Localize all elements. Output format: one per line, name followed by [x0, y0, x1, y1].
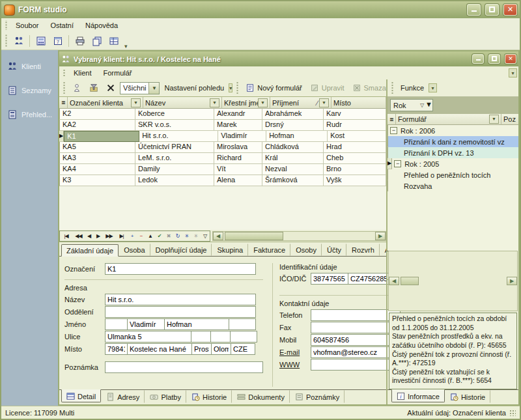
poznamka-field[interactable]: [105, 361, 263, 373]
calculator-button[interactable]: [33, 33, 49, 48]
nav-next-button[interactable]: ▶: [94, 233, 103, 239]
close-button[interactable]: ✕: [503, 4, 517, 16]
menu-grip[interactable]: [5, 20, 8, 30]
ulice-extra-field[interactable]: [230, 331, 257, 343]
forms-item-row[interactable]: Přehled o peněžních tocích: [387, 169, 518, 180]
menu-formular[interactable]: Formulář: [98, 68, 138, 78]
sidebar-item-klienti[interactable]: Klienti: [1, 61, 58, 72]
ico-field[interactable]: [311, 273, 348, 285]
oznaceni-field[interactable]: [105, 263, 256, 275]
column-filter-icon[interactable]: ▼: [131, 98, 141, 107]
ulice-cp-field[interactable]: [191, 331, 211, 343]
group-by-combo[interactable]: Rok ▽ ▼: [390, 99, 433, 111]
www-link-label[interactable]: WWW: [279, 361, 311, 369]
view-settings-button[interactable]: Nastavení pohledu: [161, 81, 227, 95]
toolbar-grip[interactable]: [5, 35, 8, 47]
jmeno-first-field[interactable]: [127, 318, 165, 330]
scroll-right-icon[interactable]: ▶: [507, 277, 517, 285]
column-header-misto[interactable]: Místo: [331, 97, 386, 109]
nav-edit-button[interactable]: ▲: [146, 233, 155, 239]
forms-item-row[interactable]: Přiznání k DPH vz. 13: [387, 147, 518, 158]
oddeleni-field[interactable]: [105, 306, 256, 318]
report-button[interactable]: 7: [49, 33, 66, 48]
nav-next-page-button[interactable]: ▶▶: [103, 233, 115, 239]
table-horizontal-scrollbar[interactable]: ◀ ▶: [212, 231, 386, 241]
filter-toolbar-grip[interactable]: [63, 82, 66, 94]
tab-adresy[interactable]: Adresy: [101, 390, 145, 403]
menu-klient[interactable]: Klient: [68, 68, 98, 78]
nav-insert-button[interactable]: +: [128, 233, 137, 239]
tab-informace[interactable]: i Informace: [391, 389, 445, 402]
client-maximize-button[interactable]: [488, 54, 500, 64]
scroll-right-icon[interactable]: ▶: [375, 232, 386, 240]
edit-form-button[interactable]: Upravit: [307, 81, 348, 95]
email-link-label[interactable]: E-mail: [279, 348, 311, 356]
jmeno-last-field[interactable]: [164, 318, 229, 330]
menu-ostatni[interactable]: Ostatní: [44, 20, 79, 31]
tab-doplnujici-udaje[interactable]: Doplňující údaje: [150, 244, 212, 256]
view-filter-combo[interactable]: Všichni ▼: [120, 82, 160, 94]
nav-refresh-button[interactable]: ↻: [173, 233, 182, 239]
tab-dokumenty[interactable]: Dokumenty: [232, 390, 290, 403]
tab-zakladni-udaje[interactable]: Základní údaje: [61, 244, 119, 257]
table-row[interactable]: KA5Účetnictví PRANMiroslavaChládkováHrad: [59, 142, 386, 153]
combo-dropdown-icon[interactable]: ▼: [148, 83, 159, 94]
stat-field[interactable]: [231, 343, 255, 355]
forms-group-row-current[interactable]: ▶ −Rok : 2005: [387, 158, 518, 169]
menubar-overflow-chevron[interactable]: ▾: [509, 68, 517, 77]
nav-last-button[interactable]: ▶|: [115, 233, 128, 239]
column-header-poznamka[interactable]: Poz: [501, 114, 518, 125]
clients-button[interactable]: [10, 33, 27, 48]
psc-field[interactable]: [105, 343, 128, 355]
person-filter-button[interactable]: [69, 81, 85, 95]
column-filter-icon[interactable]: ▼: [489, 115, 499, 124]
nav-first-button[interactable]: |◀: [60, 233, 72, 239]
nav-cancel-button[interactable]: ✖: [164, 233, 173, 239]
resize-grip-icon[interactable]: [509, 410, 516, 416]
column-header-nazev[interactable]: Název▼: [143, 97, 222, 109]
functions-chevron[interactable]: ▾: [429, 83, 437, 92]
clear-filter-button[interactable]: [103, 81, 119, 95]
table-button[interactable]: [106, 33, 122, 48]
column-filter-icon[interactable]: ▼: [258, 98, 268, 107]
combo-dropdown-icon[interactable]: ▼: [425, 100, 432, 111]
jmeno-suffix-field[interactable]: [229, 318, 256, 330]
tab-fakturace[interactable]: Fakturace: [248, 244, 290, 256]
column-header-oznaceni[interactable]: Označení klienta▼: [68, 97, 143, 109]
menu-soubor[interactable]: Soubor: [10, 20, 44, 31]
table-row-selected[interactable]: ▶ K1Hit s.r.o.VladimírHofmanKost: [59, 131, 386, 142]
collapse-icon[interactable]: −: [390, 127, 397, 134]
tab-poznamky[interactable]: Poznámky: [290, 390, 345, 403]
scroll-thumb[interactable]: [401, 277, 419, 285]
current-row-indicator[interactable]: ▶: [387, 158, 392, 169]
functions-grip[interactable]: [391, 82, 394, 94]
minimize-button[interactable]: [467, 4, 481, 16]
forms-horizontal-scrollbar[interactable]: ◀ ▶: [388, 251, 518, 311]
table-row[interactable]: KA3LeM. s.r.o.RichardKrálCheb: [59, 153, 386, 164]
tab-rozvrh[interactable]: Rozvrh: [346, 244, 380, 256]
tab-historie[interactable]: Historie: [186, 390, 232, 403]
client-minimize-button[interactable]: [472, 54, 484, 64]
tab-platby[interactable]: Platby: [145, 390, 186, 403]
new-form-button[interactable]: Nový formulář: [242, 81, 305, 95]
filter-toolbar-chevron[interactable]: ▾: [229, 83, 232, 92]
forms-item-row[interactable]: Rozvaha: [387, 180, 518, 191]
kraj-field[interactable]: [211, 343, 231, 355]
filter-button[interactable]: [86, 81, 102, 95]
current-row-indicator[interactable]: ▶: [59, 131, 64, 142]
copy-button[interactable]: [89, 33, 105, 48]
print-button[interactable]: [72, 33, 88, 48]
toolbar-overflow-chevron[interactable]: ▾: [122, 43, 130, 49]
forms-group-row[interactable]: −Rok : 2006: [387, 125, 518, 136]
tab-ucty[interactable]: Účty: [322, 244, 346, 256]
nav-goto-bookmark-button[interactable]: ✳: [191, 233, 201, 239]
scroll-left-icon[interactable]: ◀: [389, 277, 399, 285]
column-header-krestni[interactable]: Křestní jméno▼: [222, 97, 270, 109]
tab-detail[interactable]: Detail: [61, 389, 101, 402]
scroll-thumb[interactable]: [225, 232, 283, 240]
nazev-field[interactable]: [105, 294, 256, 305]
client-menu-grip[interactable]: [63, 68, 66, 77]
column-filter-icon[interactable]: ▼: [210, 98, 219, 107]
form-toolbar-grip[interactable]: [236, 82, 239, 94]
scroll-left-icon[interactable]: ◀: [213, 232, 223, 240]
